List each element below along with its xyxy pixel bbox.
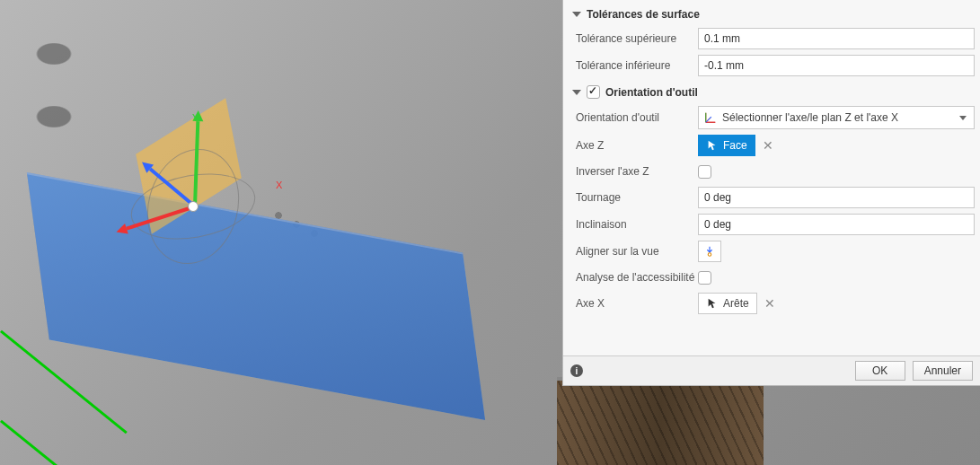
selected-face[interactable] xyxy=(27,172,485,420)
chip-axis-x-edge[interactable]: Arête xyxy=(698,293,757,314)
label-axis-x: Axe X xyxy=(576,297,698,310)
cancel-button[interactable]: Annuler xyxy=(913,361,973,381)
row-accessibility: Analyse de l'accessibilité xyxy=(569,265,980,290)
row-axis-z: Axe Z Face ✕ xyxy=(569,132,980,159)
label-lower-tolerance: Tolérance inférieure xyxy=(576,59,698,72)
label-align-view: Aligner sur la vue xyxy=(576,245,698,258)
properties-panel: Tolérances de surface Tolérance supérieu… xyxy=(562,0,980,386)
caret-down-icon xyxy=(572,90,581,95)
section-title: Tolérances de surface xyxy=(587,8,700,21)
label-turning: Tournage xyxy=(576,191,698,204)
model-fixture xyxy=(557,377,764,465)
cursor-icon xyxy=(706,297,719,310)
label-invert-z: Inverser l'axe Z xyxy=(576,165,698,178)
ok-button[interactable]: OK xyxy=(855,361,905,381)
triad-y-label: Y xyxy=(192,112,196,123)
label-orientation: Orientation d'outil xyxy=(576,111,698,124)
input-upper-tolerance[interactable] xyxy=(698,28,975,49)
checkbox-accessibility[interactable] xyxy=(698,271,711,285)
button-align-view[interactable] xyxy=(698,241,721,262)
input-tilt[interactable] xyxy=(698,214,975,235)
chip-label: Face xyxy=(723,139,747,152)
row-turning: Tournage xyxy=(569,184,980,211)
row-axis-x: Axe X Arête ✕ xyxy=(569,290,980,317)
section-surface-tolerance[interactable]: Tolérances de surface xyxy=(569,2,980,25)
dropdown-orientation[interactable]: Sélectionner l'axe/le plan Z et l'axe X xyxy=(698,106,975,129)
panel-body: Tolérances de surface Tolérance supérieu… xyxy=(563,0,980,355)
input-lower-tolerance[interactable] xyxy=(698,55,975,76)
checkbox-tool-orientation[interactable] xyxy=(587,85,600,99)
label-axis-z: Axe Z xyxy=(576,139,698,152)
chip-label: Arête xyxy=(723,297,749,310)
orientation-triad[interactable]: Y X xyxy=(193,206,194,207)
align-view-icon xyxy=(703,245,716,258)
row-lower-tolerance: Tolérance inférieure xyxy=(569,52,980,79)
row-upper-tolerance: Tolérance supérieure xyxy=(569,25,980,52)
triad-origin[interactable] xyxy=(188,201,199,212)
svg-point-0 xyxy=(708,253,711,257)
row-orientation: Orientation d'outil Sélectionner l'axe/l… xyxy=(569,103,980,132)
label-tilt: Inclinaison xyxy=(576,218,698,231)
cursor-icon xyxy=(706,139,719,152)
sketch-line xyxy=(0,420,128,465)
dropdown-value: Sélectionner l'axe/le plan Z et l'axe X xyxy=(722,111,898,124)
chip-axis-z-face[interactable]: Face xyxy=(698,135,755,156)
row-invert-z: Inverser l'axe Z xyxy=(569,159,980,184)
caret-down-icon xyxy=(572,12,581,17)
info-icon[interactable]: i xyxy=(570,364,583,377)
input-turning[interactable] xyxy=(698,187,975,208)
label-accessibility: Analyse de l'accessibilité xyxy=(576,271,698,284)
chevron-down-icon xyxy=(959,116,967,120)
axes-icon xyxy=(704,111,717,124)
label-upper-tolerance: Tolérance supérieure xyxy=(576,32,698,45)
row-tilt: Inclinaison xyxy=(569,211,980,238)
section-tool-orientation[interactable]: Orientation d'outil xyxy=(569,79,980,103)
section-title: Orientation d'outil xyxy=(605,86,698,99)
clear-axis-x[interactable]: ✕ xyxy=(763,296,777,311)
checkbox-invert-z[interactable] xyxy=(698,165,711,179)
panel-footer: i OK Annuler xyxy=(563,355,980,385)
clear-axis-z[interactable]: ✕ xyxy=(761,138,775,153)
row-align-view: Aligner sur la vue xyxy=(569,238,980,265)
triad-x-label: X xyxy=(276,180,279,190)
